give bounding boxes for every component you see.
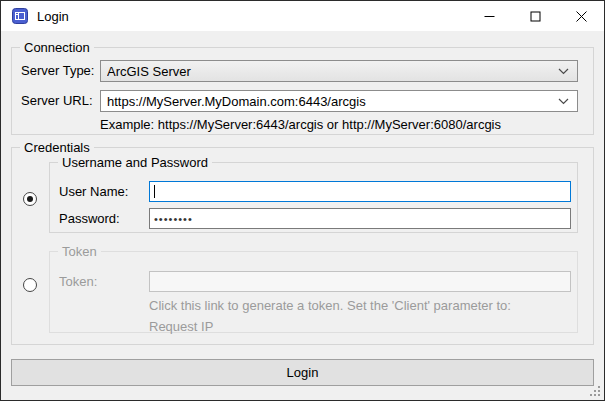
- credentials-group-legend: Credentials: [20, 140, 94, 155]
- server-url-example-text: Example: https://MyServer:6443/arcgis or…: [100, 117, 501, 132]
- minimize-button[interactable]: [466, 1, 512, 31]
- server-type-value: ArcGIS Server: [107, 64, 552, 79]
- username-password-group-legend: Username and Password: [58, 155, 212, 170]
- window-controls: [466, 1, 604, 31]
- token-radio[interactable]: [23, 278, 37, 292]
- login-dialog: Login Connection Server Type: ArcGIS Ser…: [0, 0, 605, 401]
- token-hint-text: Click this link to generate a token. Set…: [149, 298, 511, 313]
- connection-group-legend: Connection: [20, 40, 94, 55]
- close-button[interactable]: [558, 1, 604, 31]
- login-button[interactable]: Login: [11, 359, 594, 386]
- request-ip-link[interactable]: Request IP: [149, 319, 213, 334]
- chevron-down-icon: [558, 68, 569, 75]
- app-form-icon[interactable]: [12, 8, 28, 24]
- text-caret: [154, 185, 155, 198]
- server-type-label: Server Type:: [21, 63, 94, 78]
- server-url-value: https://MyServer.MyDomain.com:6443/arcgi…: [107, 94, 552, 109]
- token-label: Token:: [59, 274, 97, 289]
- chevron-down-icon: [558, 98, 569, 105]
- user-name-label: User Name:: [59, 184, 128, 199]
- server-url-combobox[interactable]: https://MyServer.MyDomain.com:6443/arcgi…: [100, 90, 578, 112]
- password-input[interactable]: [149, 208, 571, 229]
- maximize-button[interactable]: [512, 1, 558, 31]
- token-group-legend: Token: [58, 244, 101, 259]
- minimize-icon: [484, 11, 495, 22]
- resize-grip[interactable]: [598, 394, 600, 396]
- title-bar[interactable]: Login: [1, 1, 604, 31]
- user-name-input[interactable]: [149, 181, 571, 202]
- maximize-icon: [530, 11, 541, 22]
- close-icon: [576, 11, 587, 22]
- token-input: [149, 271, 571, 292]
- token-group: Token: [49, 251, 578, 333]
- password-label: Password:: [59, 211, 120, 226]
- window-title: Login: [37, 9, 69, 24]
- server-type-dropdown[interactable]: ArcGIS Server: [100, 60, 578, 82]
- username-password-radio[interactable]: [23, 192, 37, 206]
- server-url-label: Server URL:: [21, 93, 93, 108]
